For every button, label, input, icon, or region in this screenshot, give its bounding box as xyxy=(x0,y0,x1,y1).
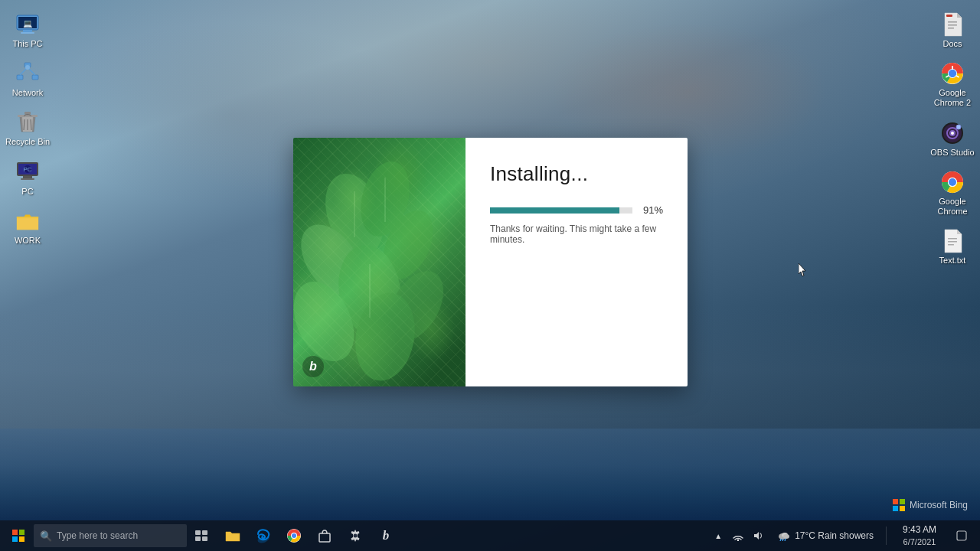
desktop-icon-docs[interactable]: Docs xyxy=(925,8,980,54)
desktop-icon-thispc[interactable]: 💻 This PC xyxy=(0,8,55,54)
search-placeholder: Type here to search xyxy=(57,530,138,541)
docs-label: Docs xyxy=(942,39,962,49)
notification-button[interactable] xyxy=(949,520,974,551)
obs-label: OBS Studio xyxy=(930,148,974,158)
text-icon xyxy=(940,229,965,253)
obs-icon xyxy=(940,121,965,145)
svg-rect-42 xyxy=(948,241,957,243)
taskbar: 🔍 Type here to search xyxy=(0,520,980,551)
svg-point-36 xyxy=(951,132,954,135)
clock-date: 6/7/2021 xyxy=(903,536,936,547)
desktop-icon-texttxt[interactable]: Text.txt xyxy=(925,224,980,270)
clock-area[interactable]: 9:43 AM 6/7/2021 xyxy=(893,524,946,547)
system-tray: ▲ xyxy=(709,520,767,551)
work-icon xyxy=(15,209,40,233)
svg-rect-41 xyxy=(948,238,957,240)
network-label: Network xyxy=(12,88,43,98)
docs-icon xyxy=(940,12,965,37)
texttxt-label: Text.txt xyxy=(939,256,966,266)
svg-rect-7 xyxy=(17,75,23,80)
progress-row: 91% xyxy=(490,204,663,216)
chrome-icon xyxy=(940,170,965,194)
desktop-icon-recyclebin[interactable]: Recycle Bin xyxy=(0,106,55,152)
taskbar-right: ▲ xyxy=(709,520,980,551)
svg-rect-58 xyxy=(900,506,905,511)
svg-rect-56 xyxy=(900,499,905,504)
network-tray-icon[interactable] xyxy=(729,520,747,551)
desktop-icon-obs[interactable]: OBS Studio xyxy=(925,116,980,162)
desktop-icon-network[interactable]: Network xyxy=(0,57,55,103)
svg-point-69 xyxy=(292,533,296,538)
ms-bing-watermark: Microsoft Bing xyxy=(893,499,968,511)
sea-area xyxy=(0,429,980,520)
svg-rect-12 xyxy=(18,115,38,117)
svg-rect-24 xyxy=(948,24,957,26)
tray-divider xyxy=(886,527,887,545)
recyclebin-label: Recycle Bin xyxy=(5,137,50,147)
svg-point-31 xyxy=(949,70,956,77)
svg-rect-60 xyxy=(19,530,24,535)
svg-rect-63 xyxy=(195,530,201,535)
svg-rect-65 xyxy=(195,536,201,541)
desktop-icon-chrome[interactable]: Google Chrome xyxy=(925,165,980,221)
start-button[interactable] xyxy=(3,520,34,551)
pc-icon: PC xyxy=(15,160,40,184)
svg-rect-61 xyxy=(12,536,18,542)
installing-title: Installing... xyxy=(490,162,663,186)
tray-chevron[interactable]: ▲ xyxy=(709,520,727,551)
work-label: WORK xyxy=(15,236,41,246)
weather-text: 17°C Rain showers xyxy=(795,530,874,541)
svg-point-75 xyxy=(783,534,789,539)
chrome-label: Google Chrome xyxy=(928,197,977,217)
svg-rect-55 xyxy=(893,499,898,504)
svg-rect-66 xyxy=(202,536,207,541)
svg-rect-26 xyxy=(946,15,952,17)
recyclebin-icon xyxy=(15,110,40,135)
store-button[interactable] xyxy=(309,520,340,551)
network-icon xyxy=(15,61,40,86)
chrome-taskbar-button[interactable] xyxy=(279,520,309,551)
clock-time: 9:43 AM xyxy=(903,524,936,536)
svg-point-11 xyxy=(25,65,30,70)
desktop-icons-left: 💻 This PC Network xyxy=(0,0,61,258)
install-dialog: b Installing... 91% Thanks for waiting. … xyxy=(293,138,688,386)
svg-line-76 xyxy=(780,539,781,541)
taskbar-left: 🔍 Type here to search xyxy=(0,520,401,551)
microsoft-logo xyxy=(893,499,905,511)
svg-rect-2 xyxy=(23,30,32,32)
weather-info[interactable]: 17°C Rain showers xyxy=(770,530,880,541)
desktop-icon-pc[interactable]: PC PC xyxy=(0,155,55,201)
svg-rect-62 xyxy=(19,536,24,542)
svg-rect-59 xyxy=(12,530,18,535)
waiting-text: Thanks for waiting. This might take a fe… xyxy=(490,223,663,245)
desktop-icon-work[interactable]: WORK xyxy=(0,204,55,250)
svg-point-37 xyxy=(956,125,961,129)
volume-tray-icon[interactable] xyxy=(749,520,767,551)
svg-rect-79 xyxy=(957,531,966,540)
dialog-content: Installing... 91% Thanks for waiting. Th… xyxy=(466,138,688,386)
svg-text:💻: 💻 xyxy=(23,18,33,28)
progress-bar-bg xyxy=(490,207,632,214)
edge-button[interactable] xyxy=(248,520,279,551)
desktop-icon-chrome2[interactable]: Google Chrome 2 xyxy=(925,57,980,112)
svg-text:PC: PC xyxy=(23,166,31,173)
taskbar-search[interactable]: 🔍 Type here to search xyxy=(34,524,187,547)
thispc-label: This PC xyxy=(12,39,42,49)
svg-rect-70 xyxy=(319,533,330,542)
task-view-button[interactable] xyxy=(187,520,217,551)
dialog-image: b xyxy=(293,138,466,386)
svg-rect-25 xyxy=(948,28,954,29)
bing-logo: b xyxy=(302,356,324,377)
settings-button[interactable] xyxy=(340,520,371,551)
file-explorer-button[interactable] xyxy=(217,520,248,551)
desktop: 💻 This PC Network xyxy=(0,0,980,551)
bing-taskbar-button[interactable]: b xyxy=(371,520,401,551)
svg-rect-23 xyxy=(948,21,957,23)
pc-label: PC xyxy=(21,187,33,197)
progress-bar-fill xyxy=(490,207,619,214)
svg-rect-64 xyxy=(202,530,207,535)
svg-rect-43 xyxy=(948,244,954,246)
svg-point-71 xyxy=(354,534,358,538)
chrome2-label: Google Chrome 2 xyxy=(928,88,977,108)
bing-watermark-text: Microsoft Bing xyxy=(910,500,968,510)
